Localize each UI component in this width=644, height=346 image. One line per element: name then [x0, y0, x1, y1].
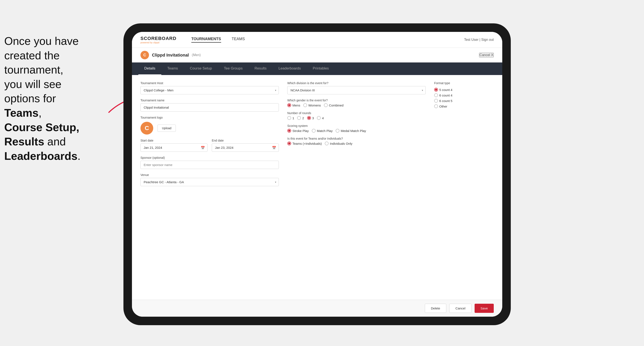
- round-3[interactable]: 3: [307, 116, 314, 120]
- start-date-input[interactable]: [140, 144, 208, 152]
- tab-results[interactable]: Results: [248, 62, 273, 75]
- tablet-frame: SCOREBOARD Powered by clippd TOURNAMENTS…: [124, 23, 511, 325]
- instruction-line5: options for: [4, 92, 56, 105]
- teams-plus-radio[interactable]: [287, 142, 291, 145]
- cancel-button[interactable]: Cancel: [449, 304, 472, 313]
- tournament-host-select[interactable]: Clippd College - Men: [140, 86, 279, 94]
- teams-plus[interactable]: Teams (+Individuals): [287, 142, 322, 145]
- format-6count4-radio[interactable]: [434, 93, 438, 97]
- scoring-stroke-radio[interactable]: [287, 129, 291, 133]
- format-other-radio[interactable]: [434, 104, 438, 108]
- tournament-logo-label: Tournament logo: [140, 116, 279, 119]
- tab-tee-groups[interactable]: Tee Groups: [218, 62, 248, 75]
- tab-leaderboards[interactable]: Leaderboards: [273, 62, 307, 75]
- division-label: Which division is the event for?: [287, 81, 426, 85]
- nav-left: SCOREBOARD Powered by clippd TOURNAMENTS…: [140, 36, 245, 44]
- tournament-name-input[interactable]: [140, 103, 279, 112]
- scoring-medal[interactable]: Medal Match Play: [336, 129, 366, 133]
- delete-button[interactable]: Delete: [425, 304, 446, 313]
- round-4[interactable]: 4: [317, 116, 324, 120]
- round-2-radio[interactable]: [297, 116, 301, 120]
- tournament-name-label: Tournament name: [140, 99, 279, 102]
- round-3-radio[interactable]: [307, 116, 311, 120]
- format-col: Format type 5 count 4 6 count 4: [434, 81, 494, 186]
- tab-printables[interactable]: Printables: [307, 62, 335, 75]
- round-2[interactable]: 2: [297, 116, 304, 120]
- instruction-text: Once you have created the tournament, yo…: [0, 34, 106, 163]
- instruction-results: Results: [4, 135, 44, 148]
- scoring-match[interactable]: Match Play: [312, 129, 333, 133]
- end-date-input[interactable]: [212, 144, 279, 152]
- tournament-type: (Men): [192, 53, 201, 57]
- individuals-only[interactable]: Individuals Only: [325, 142, 352, 145]
- left-col: Tournament Host Clippd College - Men ▾ T…: [140, 81, 279, 186]
- tournament-logo-small: C: [140, 51, 149, 59]
- gender-mens[interactable]: Mens: [287, 103, 300, 107]
- individuals-only-radio[interactable]: [325, 142, 328, 145]
- round-4-radio[interactable]: [317, 116, 321, 120]
- format-6count5[interactable]: 6 count 5: [434, 99, 494, 103]
- format-6count4[interactable]: 6 count 4: [434, 93, 494, 97]
- gender-combined-radio[interactable]: [324, 103, 328, 107]
- rounds-group: Number of rounds 1 2: [287, 111, 426, 120]
- division-select[interactable]: NCAA Division III: [287, 86, 426, 94]
- rounds-options: 1 2 3 4: [287, 116, 426, 120]
- tournament-title: C Clippd Invitational (Men): [140, 51, 201, 59]
- user-area: Test User | Sign out: [464, 38, 494, 42]
- upload-button[interactable]: Upload: [158, 125, 176, 132]
- logo-sub: Powered by clippd: [140, 41, 176, 44]
- sponsor-group: Sponsor (optional): [140, 156, 279, 169]
- calendar-icon: 📅: [201, 146, 205, 150]
- gender-womens[interactable]: Womens: [303, 103, 321, 107]
- gender-combined[interactable]: Combined: [324, 103, 344, 107]
- user-text[interactable]: Test User | Sign out: [464, 38, 494, 41]
- sponsor-input[interactable]: [140, 161, 279, 169]
- teams-options: Teams (+Individuals) Individuals Only: [287, 142, 426, 145]
- sponsor-label: Sponsor (optional): [140, 156, 279, 160]
- scoring-medal-radio[interactable]: [336, 129, 340, 133]
- venue-wrapper: Peachtree GC - Atlanta - GA ▾: [140, 178, 279, 186]
- save-button[interactable]: Save: [474, 304, 494, 313]
- scoring-options: Stroke Play Match Play Medal Match Play: [287, 129, 426, 133]
- calendar-end-icon: 📅: [272, 146, 276, 150]
- format-other[interactable]: Other: [434, 104, 494, 108]
- tab-course-setup[interactable]: Course Setup: [184, 62, 218, 75]
- tournament-host-label: Tournament Host: [140, 81, 279, 85]
- format-5count4-radio[interactable]: [434, 88, 438, 92]
- gender-womens-radio[interactable]: [303, 103, 307, 107]
- form-content: Tournament Host Clippd College - Men ▾ T…: [132, 75, 502, 300]
- tournament-logo-group: Tournament logo C Upload: [140, 116, 279, 135]
- tab-bar: Details Teams Course Setup Tee Groups Re…: [132, 62, 502, 75]
- tournament-host-wrapper: Clippd College - Men ▾: [140, 86, 279, 94]
- round-1[interactable]: 1: [287, 116, 294, 120]
- teams-group: Is this event for Teams and/or Individua…: [287, 137, 426, 145]
- instruction-leaderboards: Leaderboards: [4, 150, 78, 162]
- close-button[interactable]: Cancel X: [479, 53, 494, 57]
- nav-teams[interactable]: TEAMS: [232, 37, 245, 43]
- tournament-bar: C Clippd Invitational (Men) Cancel X: [132, 48, 502, 62]
- tablet-screen: SCOREBOARD Powered by clippd TOURNAMENTS…: [132, 32, 502, 317]
- scoring-stroke[interactable]: Stroke Play: [287, 129, 309, 133]
- gender-mens-radio[interactable]: [287, 103, 291, 107]
- format-5count4[interactable]: 5 count 4: [434, 88, 494, 92]
- nav-tournaments[interactable]: TOURNAMENTS: [191, 37, 221, 43]
- rounds-label: Number of rounds: [287, 111, 426, 115]
- division-group: Which division is the event for? NCAA Di…: [287, 81, 426, 94]
- venue-group: Venue Peachtree GC - Atlanta - GA ▾: [140, 173, 279, 186]
- tab-details[interactable]: Details: [138, 62, 161, 75]
- round-1-radio[interactable]: [287, 116, 291, 120]
- tab-teams[interactable]: Teams: [161, 62, 184, 75]
- format-group: Format type 5 count 4 6 count 4: [434, 81, 494, 108]
- format-6count5-radio[interactable]: [434, 99, 438, 103]
- teams-label: Is this event for Teams and/or Individua…: [287, 137, 426, 140]
- logo-text: SCOREBOARD: [140, 36, 176, 41]
- start-date-label: Start date: [140, 139, 208, 142]
- end-date-wrap: 📅: [212, 144, 279, 152]
- top-nav: SCOREBOARD Powered by clippd TOURNAMENTS…: [132, 32, 502, 48]
- scoring-match-radio[interactable]: [312, 129, 316, 133]
- venue-select[interactable]: Peachtree GC - Atlanta - GA: [140, 178, 279, 186]
- form-area: Tournament Host Clippd College - Men ▾ T…: [132, 75, 502, 192]
- instruction-line3: tournament,: [4, 64, 64, 76]
- gender-options: Mens Womens Combined: [287, 103, 426, 107]
- logo-upload-area: C Upload: [140, 122, 279, 135]
